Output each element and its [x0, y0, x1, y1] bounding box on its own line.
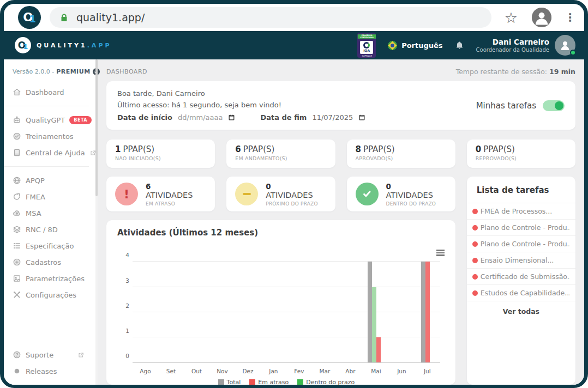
- language-selector[interactable]: Português: [388, 41, 442, 50]
- favicon-digit-1: 1: [29, 15, 36, 24]
- address-bar[interactable]: quality1.app/: [50, 7, 491, 28]
- browser-profile-icon[interactable]: [532, 8, 551, 27]
- sidebar-item-parametrizac-o-es[interactable]: Parametrizações: [13, 270, 98, 287]
- task-list-item[interactable]: Certificado de Submissão...: [467, 268, 575, 284]
- my-tasks-toggle[interactable]: [543, 100, 565, 111]
- chart-bar-total-mai: [368, 262, 372, 362]
- session-label: Tempo restante de sessão:: [456, 68, 549, 76]
- external-link-icon: [77, 351, 85, 359]
- sidebar-item-qualitygpt[interactable]: QualityGPTBETA: [13, 112, 98, 128]
- lock-icon: [59, 13, 69, 22]
- sidebar: Versão 2.0.0 - PREMIUM DashboardQualityG…: [4, 59, 98, 385]
- task-list-title: Lista de tarefas: [467, 177, 575, 203]
- legend-swatch: [297, 379, 303, 385]
- activity-count: 0: [266, 182, 318, 191]
- task-list-item[interactable]: FMEA de Processos...: [467, 203, 575, 219]
- sidebar-item-label: Releases: [26, 367, 57, 375]
- activity-subtitle: PRÓXIMO DO PRAZO: [266, 201, 318, 207]
- notifications-bell-icon[interactable]: [455, 41, 464, 50]
- ppap-count-line: 8PPAP(S): [356, 144, 447, 154]
- greeting-card: Boa tarde, Dani Carneiro Último acesso: …: [106, 81, 575, 130]
- task-list-item[interactable]: Ensaio Dimensional...: [467, 252, 575, 268]
- premium-badge-text: PREMIUM: [56, 68, 90, 75]
- check-circle-icon: [13, 132, 21, 141]
- sidebar-item-label: Dashboard: [26, 88, 64, 96]
- task-label: Ensaio Dimensional...: [481, 256, 554, 264]
- y-axis-tick-label: 1: [117, 328, 129, 334]
- legend-label: Dentro do prazo: [306, 379, 355, 385]
- sidebar-item-dashboard[interactable]: Dashboard: [13, 84, 98, 100]
- end-date-input[interactable]: 11/07/2025: [312, 112, 353, 123]
- ppap-card-reprovado-s[interactable]: 0PPAP(S) REPROVADO(S): [467, 140, 575, 168]
- main-content: DASHBOARD Tempo restante de sessão: 19 m…: [98, 59, 584, 385]
- ppap-subtitle: APROVADO(S): [356, 155, 447, 161]
- activity-card-em-atraso[interactable]: ! 6 ATIVIDADES EM ATRASO: [106, 177, 215, 211]
- sidebar-item-treinamentos[interactable]: Treinamentos: [13, 128, 98, 144]
- task-list-panel: Lista de tarefas FMEA de Processos... Pl…: [467, 177, 575, 385]
- user-avatar[interactable]: [555, 35, 575, 56]
- task-list-item[interactable]: Plano de Controle - Produ...: [467, 219, 575, 235]
- activity-title: ATIVIDADES: [146, 191, 193, 200]
- sidebar-item-cadastros[interactable]: Cadastros: [13, 254, 98, 270]
- sidebar-item-apqp[interactable]: APQP: [13, 172, 98, 189]
- version-label: Versão 2.0.0 - PREMIUM: [13, 68, 98, 75]
- x-axis-tick-label: Fev: [286, 368, 312, 374]
- legend-item-em-atraso[interactable]: Em atraso: [249, 379, 289, 385]
- iqa-badge-bottom-text: SOFTWARE: [362, 55, 371, 57]
- ppap-card-em-andamento-s[interactable]: 6PPAP(S) EM ANDAMENTO(S): [226, 140, 335, 168]
- activities-chart-card: Atividades (Últimos 12 meses) 01234 AgoS…: [106, 220, 455, 385]
- ppap-count-line: 6PPAP(S): [235, 144, 326, 154]
- task-list-item[interactable]: Estudos de Capabilidade...: [467, 284, 575, 301]
- language-label: Português: [401, 41, 442, 50]
- list-icon: [13, 241, 21, 250]
- calendar-icon[interactable]: [228, 114, 235, 121]
- sidebar-divider: [4, 166, 89, 167]
- ppap-card-aprovado-s[interactable]: 8PPAP(S) APROVADO(S): [347, 140, 455, 168]
- question-circle-icon: [13, 350, 21, 359]
- breadcrumb: DASHBOARD: [106, 68, 147, 75]
- quality1-logo[interactable]: O1: [15, 37, 31, 53]
- sidebar-item-label: Treinamentos: [26, 132, 74, 141]
- danger-status-icon: !: [115, 183, 138, 205]
- sidebar-item-configurac-o-es[interactable]: Configurações: [13, 287, 98, 303]
- ppap-count-line: 1PPAP(S): [115, 144, 206, 154]
- legend-item-dentro-do-prazo[interactable]: Dentro do prazo: [297, 379, 355, 385]
- sidebar-item-label: Suporte: [26, 351, 53, 359]
- iqa-badge-logo: IQA: [360, 41, 373, 54]
- chart-menu-icon[interactable]: [436, 248, 445, 257]
- chart-title: Atividades (Últimos 12 meses): [117, 228, 445, 238]
- layers-icon: [13, 225, 21, 234]
- sidebar-item-fmea[interactable]: FMEA: [13, 189, 98, 205]
- calendar-icon[interactable]: [358, 114, 365, 121]
- start-date-input[interactable]: dd/mm/aaaa: [178, 112, 223, 123]
- sidebar-divider: [4, 106, 89, 106]
- sidebar-item-msa[interactable]: MSA: [13, 205, 98, 221]
- url-text[interactable]: quality1.app/: [76, 11, 145, 23]
- activity-card-dentro-do-prazo[interactable]: 0 ATIVIDADES DENTRO DO PRAZO: [347, 177, 455, 211]
- dash-icon: [243, 193, 251, 195]
- activity-card-pro-ximo-do-prazo[interactable]: 0 ATIVIDADES PRÓXIMO DO PRAZO: [226, 177, 335, 211]
- bookmark-star-icon[interactable]: ☆: [505, 10, 518, 25]
- gridline: [133, 337, 440, 337]
- gridline: [133, 287, 440, 287]
- ppap-subtitle: EM ANDAMENTO(S): [235, 155, 326, 161]
- sidebar-scrollbar[interactable]: [95, 59, 98, 385]
- sidebar-item-suporte[interactable]: Suporte: [13, 347, 98, 363]
- app-header: O1 QUALITY1.APP PROCESSO CERTIFICADO IQA…: [4, 31, 584, 59]
- legend-item-total[interactable]: Total: [218, 379, 241, 385]
- ppap-card-na-o-iniciado-s[interactable]: 1PPAP(S) NÃO INICIADO(S): [106, 140, 215, 168]
- user-role: Coordenador da Qualidade: [476, 47, 549, 53]
- user-menu[interactable]: Dani Carneiro Coordenador da Qualidade: [476, 35, 575, 56]
- sidebar-item-rnc-8d[interactable]: RNC / 8D: [13, 221, 98, 238]
- browser-menu-icon[interactable]: ⋮: [565, 11, 575, 24]
- quality1-favicon: O1: [18, 6, 41, 29]
- sidebar-item-releases[interactable]: Releases: [13, 363, 98, 379]
- sidebar-item-especificac-a-o[interactable]: Especificação: [13, 238, 98, 254]
- sidebar-item-central-de-ajuda[interactable]: Central de Ajuda: [13, 144, 98, 161]
- task-list-item[interactable]: Plano de Controle - Produ...: [467, 235, 575, 252]
- view-all-tasks-link[interactable]: Ver todas: [467, 301, 575, 322]
- x-axis-tick-label: Set: [158, 368, 184, 374]
- book-icon: [13, 148, 21, 157]
- brand-text: QUALITY1: [37, 42, 87, 49]
- robot-icon: [13, 116, 21, 124]
